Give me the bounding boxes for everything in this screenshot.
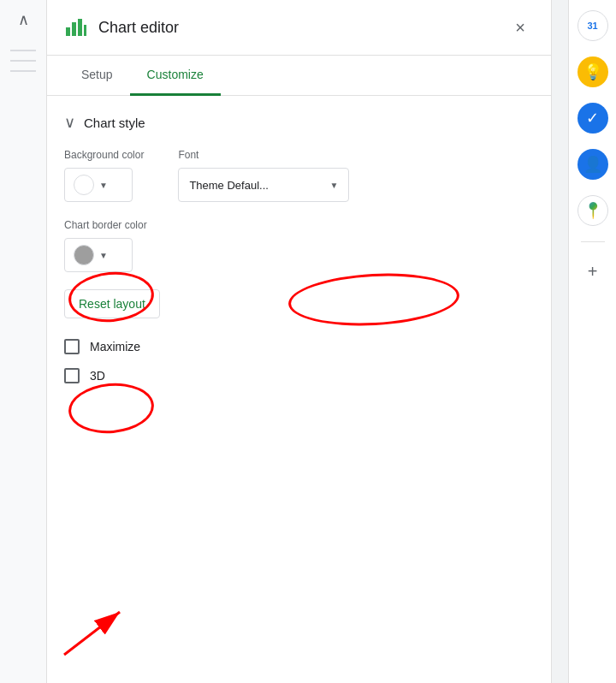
content-area: ∨ Chart style Background color ▼ Font Th… — [47, 96, 551, 683]
3d-label: 3D — [90, 369, 105, 383]
right-sidebar-divider — [581, 241, 605, 242]
maximize-checkbox-item[interactable]: Maximize — [64, 339, 534, 354]
background-color-swatch[interactable]: ▼ — [64, 168, 133, 202]
border-color-group: Chart border color ▼ — [64, 219, 147, 272]
font-dropdown[interactable]: Theme Defaul... ▼ — [178, 168, 349, 202]
font-value: Theme Defaul... — [189, 179, 269, 192]
font-label: Font — [178, 149, 349, 161]
maps-icon[interactable]: 📍 — [578, 195, 608, 226]
svg-rect-0 — [66, 27, 70, 36]
calendar-icon[interactable]: 31 — [578, 10, 608, 41]
add-icon[interactable]: + — [579, 258, 607, 285]
reset-layout-button[interactable]: Reset layout — [64, 289, 160, 318]
tab-setup[interactable]: Setup — [64, 56, 130, 96]
contacts-icon[interactable]: 👤 — [578, 149, 608, 180]
section-title: Chart style — [84, 116, 145, 130]
border-color-swatch[interactable]: ▼ — [64, 238, 133, 272]
panel-header: Chart editor × — [47, 0, 551, 56]
font-dropdown-arrow-icon: ▼ — [329, 181, 338, 190]
chart-bar-icon — [64, 15, 88, 39]
chart-editor-panel: Chart editor × Setup Customize ∨ Chart s… — [47, 0, 552, 683]
tab-customize[interactable]: Customize — [130, 56, 221, 96]
collapse-chevron[interactable]: ∧ — [18, 10, 29, 29]
border-color-circle — [74, 245, 94, 265]
left-bar: ∧ — [0, 0, 47, 683]
3d-checkbox-item[interactable]: 3D — [64, 368, 534, 383]
background-color-group: Background color ▼ — [64, 149, 144, 202]
chart-style-section-header[interactable]: ∨ Chart style — [64, 113, 534, 132]
background-color-circle — [74, 175, 94, 195]
section-chevron-icon: ∨ — [64, 113, 75, 132]
font-group: Font Theme Defaul... ▼ — [178, 149, 349, 202]
bg-font-row: Background color ▼ Font Theme Defaul... … — [64, 149, 534, 202]
close-button[interactable]: × — [506, 14, 534, 41]
svg-rect-2 — [78, 19, 82, 36]
right-sidebar: 31 💡 ✓ 👤 📍 + — [568, 0, 616, 683]
tasks-icon[interactable]: ✓ — [578, 103, 608, 134]
background-color-label: Background color — [64, 149, 144, 161]
background-color-arrow-icon: ▼ — [99, 181, 108, 190]
border-color-row: Chart border color ▼ — [64, 219, 534, 272]
panel-title: Chart editor — [98, 19, 496, 37]
maximize-checkbox[interactable] — [64, 339, 80, 354]
maximize-label: Maximize — [90, 340, 140, 353]
svg-rect-1 — [72, 22, 76, 36]
3d-checkbox[interactable] — [64, 368, 80, 383]
svg-rect-3 — [84, 25, 86, 36]
border-color-label: Chart border color — [64, 219, 147, 231]
tabs-container: Setup Customize — [47, 56, 551, 96]
border-color-arrow-icon: ▼ — [99, 251, 108, 260]
keep-icon[interactable]: 💡 — [578, 56, 608, 87]
